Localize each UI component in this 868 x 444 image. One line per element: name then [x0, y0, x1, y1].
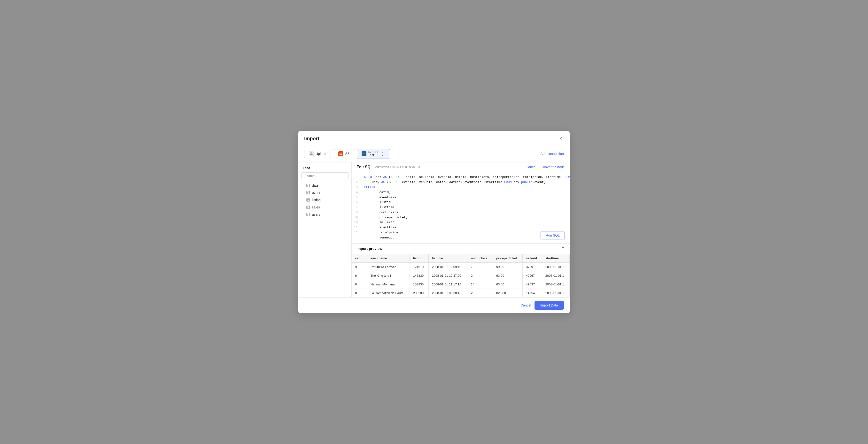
- sidebar-title: Test: [299, 166, 351, 172]
- preview-table-header: catid eventname listid listtime numticke…: [352, 254, 569, 263]
- connection-tab-upload[interactable]: Upload: [304, 149, 331, 158]
- cell-eventname: Return To Forever: [367, 262, 409, 271]
- col-listtime: listtime: [428, 254, 467, 263]
- cell-catid: 6: [352, 271, 367, 280]
- table-icon: [306, 198, 310, 202]
- sidebar-item-sales[interactable]: sales: [299, 203, 351, 211]
- upload-tab-label: Upload: [316, 152, 326, 156]
- modal-header: Import ×: [299, 131, 569, 145]
- cell-priceperticket: 93.00: [493, 271, 523, 280]
- cell-listtime: 2008-01-01 12:09:40: [428, 262, 467, 271]
- code-line: listtime,: [364, 205, 566, 210]
- modal-title: Import: [304, 136, 319, 141]
- modal-body-inner: Test date event: [299, 162, 569, 297]
- cell-listtime: 2008-01-01 06:38:45: [428, 289, 467, 297]
- col-catid: catid: [352, 254, 367, 263]
- redshift-tab-subtitle: RedshiftTest: [368, 151, 378, 157]
- convert-to-node-button[interactable]: Convert to node: [540, 165, 565, 169]
- code-line: totalprice,: [364, 230, 566, 235]
- connection-tab-redshift[interactable]: R RedshiftTest ⋮: [357, 149, 390, 159]
- sidebar-item-date[interactable]: date: [299, 182, 351, 189]
- connection-tab-more-button[interactable]: ⋮: [380, 151, 385, 156]
- preview-title: Import preview: [356, 247, 382, 251]
- sql-editor-title: Edit SQL: [356, 165, 373, 169]
- code-line: SELECT: [364, 185, 566, 190]
- svg-rect-5: [307, 191, 310, 194]
- code-line: venueid,: [364, 235, 566, 241]
- sidebar-table-label: sales: [312, 205, 320, 209]
- code-line: numtickets,: [364, 210, 566, 215]
- sidebar-table-label: event: [312, 191, 320, 195]
- cell-priceperticket: 823.00: [493, 289, 523, 297]
- upload-icon: [309, 151, 314, 156]
- code-line: catid,: [364, 190, 566, 195]
- table-row: 6 The King and I 146839 2008-01-01 12:37…: [352, 271, 569, 280]
- table-icon: [306, 184, 310, 187]
- cell-eventname: Hannah Montana: [367, 280, 409, 289]
- sidebar-item-event[interactable]: event: [299, 189, 351, 196]
- cell-listid: 146839: [409, 271, 428, 280]
- footer-import-button[interactable]: Import Data: [534, 301, 564, 310]
- sql-cancel-button[interactable]: Cancel: [526, 165, 536, 169]
- collapse-preview-button[interactable]: ⌃: [561, 246, 565, 251]
- cell-sellerid: 3709: [522, 262, 542, 271]
- preview-table-wrap: catid eventname listid listtime numticke…: [352, 254, 569, 297]
- sidebar-search-input[interactable]: [301, 172, 348, 180]
- code-line: priceperticket,: [364, 215, 566, 220]
- cell-starttime: 2008-01-01 1: [542, 262, 569, 271]
- cell-starttime: 2008-01-01 1: [542, 271, 569, 280]
- table-row: 9 Hannah Montana 153835 2008-01-01 11:17…: [352, 280, 569, 289]
- code-line: sellerid,: [364, 220, 566, 225]
- footer-cancel-button[interactable]: Cancel: [521, 303, 531, 307]
- sidebar-item-listing[interactable]: listing: [299, 196, 351, 203]
- import-modal: Import × Upload S3 S3 R RedshiftT: [299, 131, 569, 313]
- col-eventname: eventname: [367, 254, 409, 263]
- cell-starttime: 2008-01-01 1: [542, 289, 569, 297]
- code-lines[interactable]: WITH Ccq7 AS (SELECT listid, sellerid, e…: [361, 175, 569, 240]
- cell-listtime: 2008-01-01 12:37:20: [428, 271, 467, 280]
- sidebar-table-label: users: [312, 213, 320, 216]
- add-connection-button[interactable]: Add connection: [540, 152, 564, 156]
- cell-eventname: La Damnation de Faust: [367, 289, 409, 297]
- cell-numtickets: 24: [467, 271, 493, 280]
- s3-icon: S3: [338, 151, 343, 156]
- preview-header: Import preview ⌃: [352, 244, 569, 254]
- connection-bar: Upload S3 S3 R RedshiftTest ⋮ Add connec…: [299, 145, 569, 162]
- sql-content: 12345 678910 1112 WITH Ccq7 AS (SELECT l…: [352, 172, 569, 243]
- sql-editor: Edit SQL Autosaved 11/18/21 at 8:30:45 A…: [352, 162, 569, 243]
- cell-numtickets: 2: [467, 289, 493, 297]
- sql-editor-title-area: Edit SQL Autosaved 11/18/21 at 8:30:45 A…: [356, 165, 420, 169]
- run-sql-button[interactable]: Run SQL: [540, 231, 565, 240]
- col-priceperticket: priceperticket: [493, 254, 523, 263]
- connection-tab-s3[interactable]: S3 S3: [334, 149, 354, 158]
- sidebar-item-users[interactable]: users: [299, 211, 351, 218]
- import-preview: Import preview ⌃ catid eventname listid: [352, 243, 569, 297]
- svg-rect-14: [307, 213, 310, 216]
- code-line: eventname,: [364, 195, 566, 200]
- preview-table: catid eventname listid listtime numticke…: [352, 254, 569, 297]
- col-starttime: starttime: [542, 254, 569, 263]
- code-line: WITH Ccq7 AS (SELECT listid, sellerid, e…: [364, 175, 566, 180]
- cell-listtime: 2008-01-01 11:17:16: [428, 280, 467, 289]
- redshift-icon: R: [362, 151, 366, 156]
- redshift-tab-label: Test: [368, 153, 374, 157]
- cell-listid: 206280: [409, 289, 428, 297]
- svg-rect-11: [307, 206, 310, 209]
- preview-table-body: 9 Return To Forever 121610 2008-01-01 12…: [352, 262, 569, 297]
- sql-header-actions: Cancel Convert to node: [526, 165, 565, 169]
- cell-listid: 121610: [409, 262, 428, 271]
- sidebar: Test date event: [299, 162, 352, 297]
- close-button[interactable]: ×: [558, 135, 564, 141]
- table-icon: [306, 191, 310, 195]
- col-numtickets: numtickets: [467, 254, 493, 263]
- code-line: uhzy AS (SELECT eventid, venueid, catid,…: [364, 180, 566, 185]
- table-icon: [306, 205, 310, 209]
- cell-eventname: The King and I: [367, 271, 409, 280]
- line-numbers: 12345 678910 1112: [352, 175, 361, 240]
- sidebar-table-label: listing: [312, 198, 321, 202]
- modal-footer: Cancel Import Data: [299, 297, 569, 313]
- table-row: 8 La Damnation de Faust 206280 2008-01-0…: [352, 289, 569, 297]
- code-line: starttime,: [364, 225, 566, 230]
- svg-rect-8: [307, 198, 310, 201]
- cell-numtickets: 7: [467, 262, 493, 271]
